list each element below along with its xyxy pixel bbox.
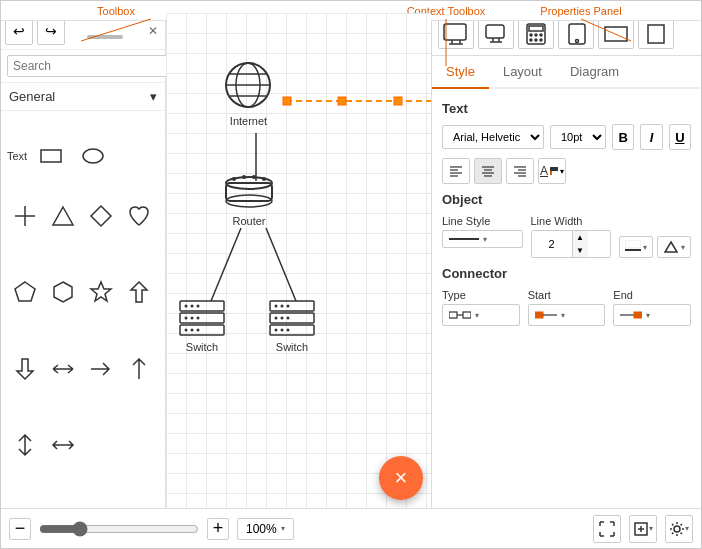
svg-point-52 bbox=[287, 317, 290, 320]
ctx-tablet-tool[interactable] bbox=[558, 19, 594, 49]
ctx-rectangle-tool[interactable] bbox=[598, 19, 634, 49]
text-shape-label: Text bbox=[7, 150, 27, 162]
underline-button[interactable]: U bbox=[669, 124, 691, 150]
font-size-select[interactable]: 10pt bbox=[550, 125, 606, 149]
align-right-button[interactable] bbox=[506, 158, 534, 184]
heart-shape[interactable] bbox=[121, 198, 157, 234]
arrow-up-shape[interactable] bbox=[121, 274, 157, 310]
object-section-title: Object bbox=[442, 192, 691, 207]
settings-button[interactable]: ▾ bbox=[665, 515, 693, 543]
triangle-shape[interactable] bbox=[45, 198, 81, 234]
svg-rect-25 bbox=[226, 183, 272, 201]
sidebar-drag-handle[interactable] bbox=[87, 35, 123, 39]
svg-rect-65 bbox=[529, 26, 543, 31]
svg-rect-13 bbox=[283, 97, 291, 105]
properties-tabs: Style Layout Diagram bbox=[432, 56, 701, 89]
italic-button[interactable]: I bbox=[640, 124, 662, 150]
zoom-in-button[interactable]: + bbox=[207, 518, 229, 540]
zoom-slider[interactable] bbox=[39, 521, 199, 537]
svg-point-38 bbox=[185, 317, 188, 320]
switch1-icon bbox=[178, 299, 226, 339]
hexagon-shape[interactable] bbox=[45, 274, 81, 310]
line-width-input-group: ▲ ▼ bbox=[531, 230, 612, 258]
connector-start-select[interactable]: ▾ bbox=[528, 304, 606, 326]
settings-icon bbox=[669, 521, 685, 537]
redo-button[interactable]: ↪ bbox=[37, 17, 65, 45]
internet-element[interactable]: Internet bbox=[221, 58, 276, 127]
expand-button[interactable] bbox=[593, 515, 621, 543]
svg-rect-3 bbox=[41, 150, 61, 162]
sidebar-close-button[interactable]: ✕ bbox=[145, 23, 161, 39]
connector-end-col: End ▾ bbox=[613, 289, 691, 326]
export-button[interactable]: ▾ bbox=[629, 515, 657, 543]
font-family-select[interactable]: Arial, Helvetic bbox=[442, 125, 544, 149]
svg-rect-72 bbox=[569, 24, 585, 44]
line-style-select[interactable]: ▾ bbox=[442, 230, 523, 248]
cross-shape[interactable] bbox=[7, 198, 43, 234]
ellipse-shape[interactable] bbox=[75, 138, 111, 174]
resize-handle[interactable] bbox=[69, 23, 141, 39]
font-color-button[interactable]: A ▾ bbox=[538, 158, 566, 184]
line-style-solid-icon bbox=[449, 234, 479, 244]
ctx-square-tool[interactable] bbox=[638, 19, 674, 49]
search-input[interactable] bbox=[7, 55, 169, 77]
arrow-down-shape[interactable] bbox=[7, 351, 43, 387]
right-arrow-shape[interactable] bbox=[83, 351, 119, 387]
connector-start-icon bbox=[535, 308, 557, 322]
zoom-display[interactable]: 100% ▾ bbox=[237, 518, 294, 540]
svg-point-54 bbox=[281, 329, 284, 332]
line-color-button[interactable]: ▾ bbox=[619, 236, 653, 258]
tab-layout[interactable]: Layout bbox=[489, 56, 556, 89]
connector-end-label: End bbox=[613, 289, 691, 301]
color-buttons-col: ▾ ▾ bbox=[619, 215, 691, 258]
ctx-monitor-small-tool[interactable] bbox=[478, 19, 514, 49]
connector-type-row: Type ▾ Start bbox=[442, 289, 691, 326]
svg-point-66 bbox=[530, 34, 532, 36]
double-arrow-h2-shape[interactable] bbox=[45, 427, 81, 463]
line-width-input[interactable] bbox=[532, 231, 572, 257]
tab-style[interactable]: Style bbox=[432, 56, 489, 89]
align-row: A ▾ bbox=[442, 158, 691, 184]
font-row: Arial, Helvetic 10pt B I U bbox=[442, 124, 691, 150]
svg-rect-95 bbox=[463, 312, 471, 318]
connector-type-select[interactable]: ▾ bbox=[442, 304, 520, 326]
shapes-grid: Text bbox=[1, 111, 165, 508]
align-left-button[interactable] bbox=[442, 158, 470, 184]
align-center-button[interactable] bbox=[474, 158, 502, 184]
double-arrow-h-shape[interactable] bbox=[45, 351, 81, 387]
text-section-title: Text bbox=[442, 101, 691, 116]
undo-button[interactable]: ↩ bbox=[5, 17, 33, 45]
category-header[interactable]: General ▾ bbox=[1, 83, 165, 111]
zoom-out-button[interactable]: − bbox=[9, 518, 31, 540]
fab-close-button[interactable]: × bbox=[379, 456, 423, 500]
svg-point-40 bbox=[197, 317, 200, 320]
bold-button[interactable]: B bbox=[612, 124, 634, 150]
line-width-up-button[interactable]: ▲ bbox=[572, 231, 588, 244]
line-width-down-button[interactable]: ▼ bbox=[572, 244, 588, 257]
pentagon-shape[interactable] bbox=[7, 274, 43, 310]
svg-point-55 bbox=[287, 329, 290, 332]
ctx-calculator-tool[interactable] bbox=[518, 19, 554, 49]
canvas-area[interactable]: Internet Router bbox=[166, 13, 431, 508]
switch2-label: Switch bbox=[276, 341, 308, 353]
svg-point-42 bbox=[191, 329, 194, 332]
router-icon bbox=[224, 171, 274, 213]
line-style-label: Line Style bbox=[442, 215, 523, 227]
diamond-shape[interactable] bbox=[83, 198, 119, 234]
svg-rect-75 bbox=[648, 25, 664, 43]
line-style-chevron-icon: ▾ bbox=[483, 235, 487, 244]
router-element[interactable]: Router bbox=[224, 171, 274, 227]
arrow-up-thin-shape[interactable] bbox=[121, 351, 157, 387]
connector-end-select[interactable]: ▾ bbox=[613, 304, 691, 326]
switch1-element[interactable]: Switch bbox=[178, 299, 226, 353]
switch2-element[interactable]: Switch bbox=[268, 299, 316, 353]
svg-point-37 bbox=[197, 305, 200, 308]
svg-point-39 bbox=[191, 317, 194, 320]
tab-diagram[interactable]: Diagram bbox=[556, 56, 633, 89]
canvas-grid: Internet Router bbox=[166, 13, 431, 508]
double-arrow-v-shape[interactable] bbox=[7, 427, 43, 463]
ctx-monitor-tool[interactable] bbox=[438, 19, 474, 49]
rectangle-shape[interactable] bbox=[33, 138, 69, 174]
star-shape[interactable] bbox=[83, 274, 119, 310]
fill-color-button[interactable]: ▾ bbox=[657, 236, 691, 258]
